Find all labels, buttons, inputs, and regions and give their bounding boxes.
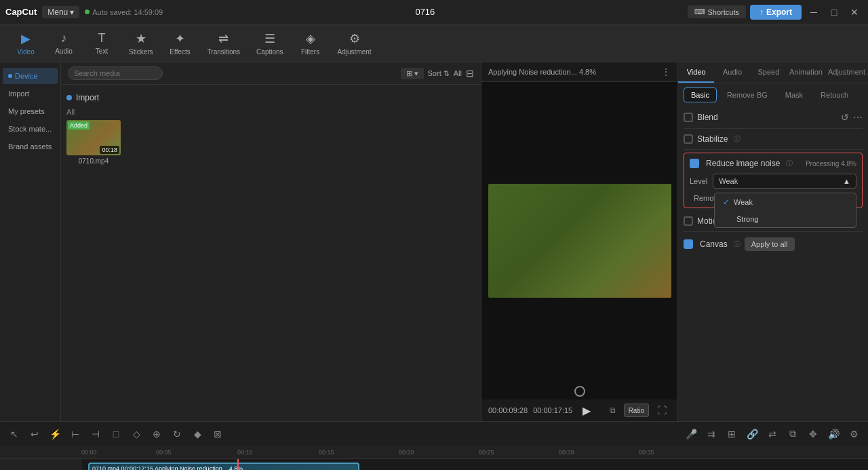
left-sidebar: Device Import My presets Stock mate... B… xyxy=(0,62,61,421)
sub-tab-remove-bg[interactable]: Remove BG xyxy=(719,87,775,102)
canvas-toggle[interactable] xyxy=(684,239,693,249)
move-button[interactable]: ✥ xyxy=(804,425,822,443)
stabilize-header[interactable]: Stabilize ⓘ xyxy=(684,134,863,144)
playhead[interactable] xyxy=(237,459,239,470)
all-filter-button[interactable]: All xyxy=(454,69,462,77)
keyframe-button[interactable]: ◆ xyxy=(189,425,206,443)
autosave-dot xyxy=(85,9,90,14)
link-button[interactable]: 🔗 xyxy=(743,425,761,443)
tab-animation[interactable]: Animation xyxy=(787,62,825,83)
right-panel-content: Blend ↺ ⋯ Stabilize ⓘ xyxy=(678,106,868,421)
tool-adjustment[interactable]: ⚙ Adjustment xyxy=(331,28,378,58)
swap-button[interactable]: ⇄ xyxy=(764,425,781,443)
video-clip[interactable]: 0710.mp4 00:00:17:15 Applying Noise redu… xyxy=(88,463,359,470)
shortcuts-button[interactable]: ⌨ Shortcuts xyxy=(688,5,746,18)
blend-header[interactable]: Blend ↺ ⋯ xyxy=(684,112,863,123)
canvas-header[interactable]: Canvas ⓘ Apply to all xyxy=(684,237,863,251)
select-tool-button[interactable]: ↖ xyxy=(5,425,23,443)
list-item[interactable]: Added 00:18 0710.mp4 xyxy=(66,120,121,165)
sidebar-item-my-presets[interactable]: My presets xyxy=(3,103,58,119)
tool-captions[interactable]: ☰ Captions xyxy=(250,28,290,58)
ruler-mark-3: 00:15 xyxy=(319,446,334,458)
sort-button[interactable]: Sort ⇅ xyxy=(428,69,450,78)
import-button[interactable]: Import xyxy=(66,90,475,105)
blend-expand-icon[interactable]: ⋯ xyxy=(853,112,863,123)
speed-map-button[interactable]: ⇉ xyxy=(703,425,720,443)
rotation-tool-button[interactable]: ↻ xyxy=(168,425,186,443)
tool-effects[interactable]: ✦ Effects xyxy=(163,28,198,58)
preview-more-button[interactable]: ⋮ xyxy=(661,66,671,77)
mic-button[interactable]: 🎤 xyxy=(682,425,700,443)
blend-toggle[interactable] xyxy=(684,113,693,122)
tool-video[interactable]: ▶ Video xyxy=(8,28,43,58)
top-bar: CapCut Menu ▾ Auto saved: 14:59:09 0716 … xyxy=(0,0,868,24)
settings-button[interactable]: ⚙ xyxy=(845,425,863,443)
tool-audio[interactable]: ♪ Audio xyxy=(46,28,81,58)
trim-right-button[interactable]: ⊣ xyxy=(87,425,104,443)
reduce-noise-toggle[interactable] xyxy=(690,159,699,168)
mask-tool-button[interactable]: ◇ xyxy=(127,425,145,443)
stabilize-toggle[interactable] xyxy=(684,134,693,144)
media-thumbnail: Added 00:18 xyxy=(66,120,121,155)
volume-button[interactable]: 🔊 xyxy=(825,425,842,443)
preview-footer: 00:00:09:28 00:00:17:15 ▶ ⧉ Ratio ⛶ xyxy=(481,399,677,421)
tool-filters[interactable]: ◈ Filters xyxy=(293,28,328,58)
check-icon: ✓ xyxy=(723,197,730,207)
ratio-button[interactable]: Ratio xyxy=(624,404,649,417)
menu-button[interactable]: Menu ▾ xyxy=(42,6,79,18)
export-button[interactable]: ↑ Export xyxy=(750,5,802,20)
media-body: Import All Added 00:18 0710.mp4 xyxy=(61,85,481,421)
clone-button[interactable]: ⧉ xyxy=(784,425,802,443)
blend-section: Blend ↺ ⋯ xyxy=(684,106,863,129)
tab-audio[interactable]: Audio xyxy=(714,62,750,83)
delete-tool-button[interactable]: □ xyxy=(107,425,125,443)
fullscreen-button[interactable]: ⛶ xyxy=(653,404,671,417)
tool-text[interactable]: T Text xyxy=(84,28,119,58)
search-input[interactable] xyxy=(68,66,163,80)
reduce-noise-header: Reduce image noise ⓘ Processing 4.8% xyxy=(690,159,856,168)
maximize-button[interactable]: □ xyxy=(826,4,842,20)
undo-button[interactable]: ↩ xyxy=(26,425,43,443)
ruler-mark-7: 00:35 xyxy=(639,446,654,458)
video-track-header: 🎤 🔓 🔗 ⋯ Cover xyxy=(0,459,81,470)
minimize-button[interactable]: ─ xyxy=(806,4,822,20)
motion-blur-toggle[interactable] xyxy=(684,216,693,226)
composite-tool-button[interactable]: ⊕ xyxy=(148,425,165,443)
right-panel-tabs: Video Audio Speed Animation Adjustment xyxy=(678,62,868,83)
dropdown-option-strong[interactable]: Strong xyxy=(715,211,856,227)
track-headers: 🎤 🔓 🔗 ⋯ Cover xyxy=(0,459,81,470)
preview-action-buttons: ⧉ Ratio ⛶ xyxy=(606,404,671,417)
sub-tab-basic[interactable]: Basic xyxy=(684,87,717,102)
dropdown-option-weak[interactable]: ✓ Weak xyxy=(715,193,856,211)
ruler-mark-4: 00:20 xyxy=(399,446,414,458)
play-button[interactable]: ▶ xyxy=(583,404,591,417)
sub-tab-mask[interactable]: Mask xyxy=(778,87,810,102)
trim-left-button[interactable]: ⊢ xyxy=(66,425,84,443)
tab-speed[interactable]: Speed xyxy=(751,62,787,83)
timeline-content: 00:00 00:05 00:10 00:15 00:20 00:25 00:3… xyxy=(0,446,868,470)
filter-button[interactable]: ⊟ xyxy=(466,68,474,79)
tool-stickers[interactable]: ★ Stickers xyxy=(122,28,160,58)
tab-adjustment[interactable]: Adjustment xyxy=(825,62,868,83)
sub-tab-retouch[interactable]: Retouch xyxy=(813,87,856,102)
total-timecode: 00:00:17:15 xyxy=(533,406,572,414)
main-content: Device Import My presets Stock mate... B… xyxy=(0,62,868,421)
apply-all-button[interactable]: Apply to all xyxy=(745,237,795,251)
view-toggle-button[interactable]: ⊞▾ xyxy=(401,68,424,79)
sidebar-item-import[interactable]: Import xyxy=(3,85,58,102)
crop-button[interactable]: ⊠ xyxy=(209,425,226,443)
zoom-in-button[interactable]: ⊞ xyxy=(723,425,741,443)
sidebar-item-stock-mates[interactable]: Stock mate... xyxy=(3,121,58,137)
sidebar-item-brand-assets[interactable]: Brand assets xyxy=(3,138,58,155)
preview-overlay xyxy=(488,184,671,298)
preview-snapshot-button[interactable]: ⧉ xyxy=(606,404,620,417)
media-header-actions: ⊞▾ Sort ⇅ All ⊟ xyxy=(401,68,474,79)
level-dropdown[interactable]: Weak ▲ xyxy=(713,174,856,189)
preview-center-target xyxy=(574,386,585,397)
sidebar-item-device[interactable]: Device xyxy=(3,68,58,84)
blend-reset-icon[interactable]: ↺ xyxy=(841,112,849,123)
split-tool-button[interactable]: ⚡ xyxy=(46,425,64,443)
tab-video[interactable]: Video xyxy=(678,62,714,83)
close-button[interactable]: ✕ xyxy=(846,4,863,20)
tool-transitions[interactable]: ⇌ Transitions xyxy=(201,28,248,58)
